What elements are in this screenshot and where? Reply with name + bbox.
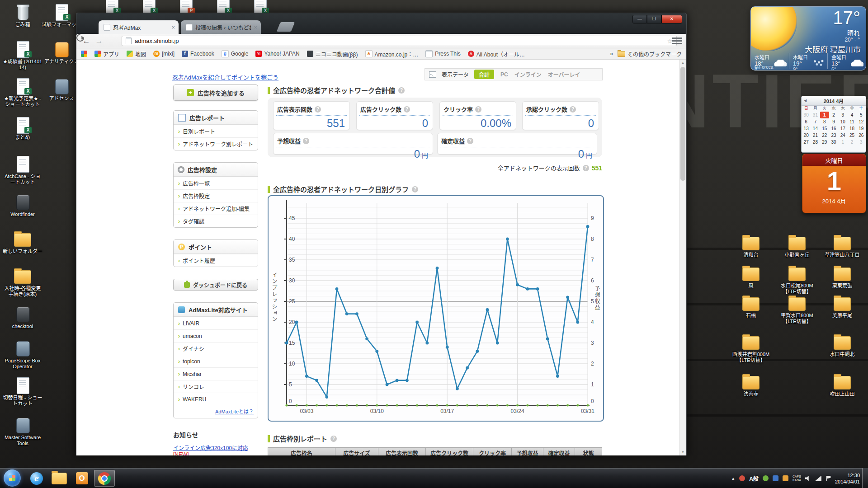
- desktop-icon[interactable]: アドセンス: [42, 78, 81, 102]
- new-tab-button[interactable]: [277, 22, 295, 32]
- desktop-icon[interactable]: X★新光予定表★ - ショートカット: [3, 78, 42, 108]
- sidebar-item[interactable]: ›広告枠一覧: [174, 177, 258, 189]
- bookmark-item[interactable]: 地図: [127, 50, 146, 58]
- scroll-up-icon[interactable]: ▲: [679, 60, 686, 66]
- volume-icon[interactable]: [805, 476, 811, 481]
- desktop-icon[interactable]: 小野育ヶ丘: [777, 234, 817, 258]
- desktop-icon[interactable]: Xまとめ: [3, 117, 42, 141]
- tray-app-icon[interactable]: [783, 475, 788, 481]
- menu-icon[interactable]: [672, 38, 682, 44]
- admaxlite-item[interactable]: ›リンコレ: [174, 380, 258, 393]
- notice-link[interactable]: インライン広告320x100に対応[NEW]: [173, 444, 258, 455]
- desktop-icon[interactable]: アナリティクス: [42, 41, 81, 65]
- scroll-down-icon[interactable]: ▼: [679, 449, 686, 455]
- sidebar-item[interactable]: ›タグ確認: [174, 215, 258, 227]
- desktop-icon[interactable]: 新しいフォルダー: [3, 230, 42, 254]
- desktop-icon[interactable]: 入社時・各種変更手続き(原本): [3, 267, 42, 297]
- desktop-icon[interactable]: 石橋: [731, 295, 771, 319]
- bookmark-item[interactable]: gGoogle: [222, 50, 249, 58]
- desktop-icon[interactable]: checktool: [3, 305, 42, 329]
- display-option-PC[interactable]: PC: [500, 71, 508, 78]
- desktop-icon[interactable]: X★成績書 (20140114): [3, 41, 42, 70]
- desktop-icon[interactable]: 美原平尾: [822, 295, 862, 319]
- tray-expand-icon[interactable]: ▲: [731, 476, 735, 481]
- display-option-オーバーレイ[interactable]: オーバーレイ: [548, 70, 580, 78]
- help-icon[interactable]: ?: [570, 106, 576, 113]
- close-button[interactable]: ✕: [661, 15, 682, 23]
- minimize-button[interactable]: —: [632, 15, 647, 23]
- browser-tab[interactable]: 忍者AdMax×: [99, 20, 179, 34]
- desktop-icon[interactable]: 栗東荒張: [822, 265, 862, 289]
- bookmark-item[interactable]: fFacebook: [182, 50, 214, 58]
- report-column-header[interactable]: 広告枠名: [268, 447, 335, 455]
- display-option-インライン[interactable]: インライン: [514, 70, 542, 78]
- tray-app-icon[interactable]: [773, 475, 778, 481]
- add-ad-slot-button[interactable]: + 広告枠を追加する: [173, 84, 258, 101]
- admaxlite-about-link[interactable]: AdMaxLiteとは？: [174, 405, 258, 418]
- bookmark-item[interactable]: Press This: [425, 50, 460, 58]
- taskbar-explorer[interactable]: [49, 470, 70, 487]
- scroll-thumb[interactable]: [680, 67, 685, 181]
- desktop-icon[interactable]: 西浅井岩熊800M【LTE切替】: [731, 333, 771, 363]
- tab-close-icon[interactable]: ×: [254, 24, 257, 31]
- url-text[interactable]: admax.shinobi.jp: [135, 38, 179, 44]
- bookmark-item[interactable]: aAmazon.co.jp：…: [365, 50, 419, 58]
- referral-link[interactable]: 忍者AdMaxを紹介してポイントを稼ごう: [172, 73, 278, 81]
- admaxlite-item[interactable]: ›umacon: [174, 329, 258, 342]
- taskbar-outlook[interactable]: O: [71, 470, 92, 487]
- desktop-icon[interactable]: Master Software Tools: [3, 417, 42, 446]
- sidebar-item[interactable]: ›ポイント履歴: [174, 254, 258, 267]
- desktop-icon[interactable]: 草津笠山八丁目: [822, 234, 862, 258]
- desktop-icon[interactable]: ごみ箱: [3, 4, 42, 28]
- help-icon[interactable]: ?: [475, 106, 481, 113]
- calendar-gadget[interactable]: ◀ 2014 4月 日月火水木金土 3031123456789101112131…: [801, 96, 866, 153]
- apps-grid-icon[interactable]: [81, 51, 87, 57]
- help-icon[interactable]: ?: [315, 106, 321, 113]
- sidebar-item[interactable]: ›日別レポート: [174, 125, 258, 137]
- bookmark-item[interactable]: AAll About（オール…: [468, 50, 525, 58]
- help-icon[interactable]: ?: [303, 138, 309, 144]
- desktop-icon[interactable]: Wordfinder: [3, 193, 42, 217]
- report-column-header[interactable]: 広告クリック数: [426, 447, 473, 455]
- taskbar-clock[interactable]: 12:30 2014/04/01: [835, 472, 860, 485]
- display-option-合計[interactable]: 合計: [474, 70, 494, 79]
- network-icon[interactable]: [815, 476, 821, 481]
- browser-tab[interactable]: 投稿の編集 ‹ いつもどお×: [181, 20, 261, 34]
- help-icon[interactable]: ?: [467, 138, 473, 144]
- action-center-icon[interactable]: [826, 475, 831, 481]
- desktop-icon[interactable]: 甲賀水口800M【LTE切替】: [777, 295, 817, 324]
- bookmark-item[interactable]: ニコニコ動画(ββ): [307, 50, 358, 58]
- tray-app-icon[interactable]: [739, 475, 745, 481]
- calendar-prev-icon[interactable]: ◀: [804, 99, 807, 103]
- admaxlite-item[interactable]: ›LIVAIR: [174, 317, 258, 329]
- back-to-dashboard-button[interactable]: ダッシュボードに戻る: [173, 279, 258, 291]
- desktop-icon[interactable]: 吹田上山田: [822, 373, 862, 397]
- desktop-icon[interactable]: 清和台: [731, 234, 771, 258]
- report-column-header[interactable]: クリック率: [473, 447, 512, 455]
- desktop-icon[interactable]: 切替日程 - ショートカット: [3, 377, 42, 407]
- taskbar-chrome[interactable]: [94, 470, 115, 487]
- bookmark-item[interactable]: アプリ: [94, 50, 119, 58]
- start-button[interactable]: [4, 469, 21, 487]
- report-column-header[interactable]: 状態: [575, 447, 602, 455]
- desktop-icon[interactable]: 風: [731, 265, 771, 289]
- other-bookmarks-button[interactable]: その他のブックマーク: [618, 50, 682, 58]
- report-column-header[interactable]: 確定収益: [543, 447, 575, 455]
- forward-icon[interactable]: →: [94, 36, 104, 47]
- help-icon[interactable]: ?: [330, 436, 337, 442]
- desktop-icon[interactable]: 水口松尾800M【LTE切替】: [777, 265, 817, 295]
- taskbar-ie[interactable]: e: [26, 470, 47, 487]
- admaxlite-item[interactable]: ›WAKERU: [174, 393, 258, 405]
- admaxlite-item[interactable]: ›Micshar: [174, 367, 258, 380]
- report-column-header[interactable]: 予想収益: [512, 447, 543, 455]
- scrollbar[interactable]: ▲ ▼: [679, 60, 686, 455]
- address-bar[interactable]: admax.shinobi.jp ☆: [122, 36, 677, 46]
- desktop-icon[interactable]: AtchCase - ショートカット: [3, 155, 42, 185]
- help-icon[interactable]: ?: [398, 87, 405, 94]
- sidebar-item[interactable]: ›広告枠設定: [174, 189, 258, 202]
- desktop-icon[interactable]: 法善寺: [731, 373, 771, 397]
- help-icon[interactable]: ?: [404, 106, 410, 113]
- show-desktop-button[interactable]: [862, 468, 868, 488]
- date-gadget[interactable]: 火曜日 1 2014 4月: [802, 154, 866, 213]
- sidebar-item[interactable]: ›アドネットワーク別レポート: [174, 137, 258, 150]
